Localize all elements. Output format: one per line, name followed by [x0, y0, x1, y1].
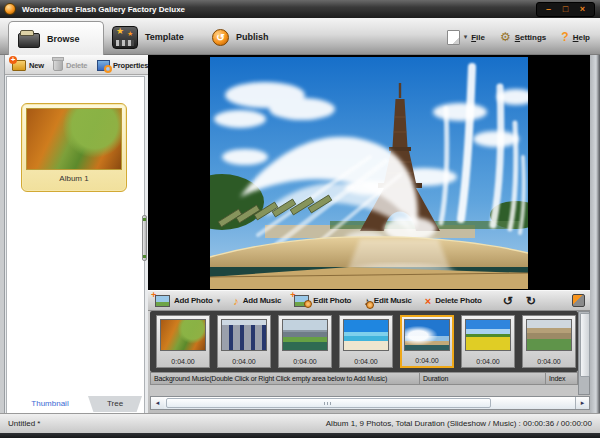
horizontal-scrollbar[interactable]: ◂ ▸: [150, 396, 590, 410]
music-column-header[interactable]: Background Music(Double Click or Right C…: [150, 372, 420, 385]
status-album-summary: Album 1, 9 Photos, Total Duration (Slide…: [326, 419, 592, 428]
status-bar: Untitled * Album 1, 9 Photos, Total Dura…: [0, 413, 600, 433]
new-album-button[interactable]: New: [12, 57, 44, 73]
preview-area: [148, 55, 590, 290]
menu-right: ▾ File ⚙ Settings ? Help: [447, 23, 590, 51]
filmstrip-thumb-image: [221, 319, 267, 351]
add-photo-button[interactable]: Add Photo ▾: [155, 295, 220, 307]
tab-template[interactable]: ★ ★ Template: [112, 23, 184, 51]
help-menu-label: Help: [573, 33, 590, 42]
scrollbar-track[interactable]: [164, 397, 576, 409]
filmstrip-thumb-image: [282, 319, 328, 351]
filmstrip-thumb-image: [404, 319, 450, 351]
filmstrip-item[interactable]: 0:04.00: [156, 315, 210, 368]
delete-photo-label: Delete Photo: [435, 296, 482, 305]
scroll-right-button[interactable]: ▸: [575, 397, 589, 409]
window-controls: – □ ×: [536, 2, 595, 17]
tab-browse-label: Browse: [47, 34, 80, 44]
album-properties-button[interactable]: Properties: [97, 57, 148, 73]
filmstrip-item[interactable]: 0:04.00: [522, 315, 576, 368]
add-music-label: Add Music: [243, 296, 282, 305]
panel-splitter-handle[interactable]: [142, 215, 147, 261]
minimize-button[interactable]: –: [540, 4, 557, 15]
rotate-right-button[interactable]: ↻: [526, 294, 536, 308]
filmstrip-item[interactable]: 0:04.00: [461, 315, 515, 368]
template-icon: ★ ★: [112, 26, 138, 49]
window-title: Wondershare Flash Gallery Factory Deluxe: [22, 5, 185, 14]
help-menu[interactable]: ? Help: [561, 30, 590, 44]
edit-music-note-icon: ♪: [364, 295, 370, 307]
filmstrip-vertical-scrollbar[interactable]: [578, 311, 590, 395]
tab-browse[interactable]: Browse: [8, 21, 104, 55]
tab-thumbnail-view[interactable]: Thumbnail: [8, 396, 92, 412]
background-music-list[interactable]: [150, 385, 578, 396]
delete-album-label: Delete: [66, 61, 87, 70]
layout-toggle-icon[interactable]: [572, 294, 585, 307]
file-menu-label: File: [471, 33, 485, 42]
settings-menu[interactable]: ⚙ Settings: [500, 31, 546, 43]
tab-publish-label: Publish: [236, 32, 269, 42]
album-card[interactable]: Album 1: [21, 103, 127, 192]
help-question-icon: ?: [561, 30, 568, 44]
index-column-header[interactable]: Index: [545, 372, 578, 385]
edit-photo-button[interactable]: Edit Photo: [294, 295, 351, 307]
rotate-right-icon: ↻: [526, 294, 536, 308]
maximize-button[interactable]: □: [557, 4, 574, 15]
browse-folder-icon: [18, 33, 40, 48]
vertical-scrollbar-thumb[interactable]: [580, 313, 590, 377]
rotate-left-button[interactable]: ↺: [503, 294, 513, 308]
filmstrip-item[interactable]: 0:04.00: [278, 315, 332, 368]
album-properties-label: Properties: [113, 61, 148, 70]
close-button[interactable]: ×: [574, 4, 591, 15]
preview-photo-eiffel-fountain: [210, 57, 528, 289]
filmstrip-thumb-image: [526, 319, 572, 351]
scrollbar-thumb[interactable]: [166, 398, 491, 408]
add-photo-label: Add Photo: [174, 296, 213, 305]
edit-photo-icon: [294, 295, 309, 307]
app-window: Wondershare Flash Gallery Factory Deluxe…: [0, 0, 600, 438]
album-thumbnail-image: [26, 108, 122, 170]
album-name: Album 1: [22, 174, 126, 183]
settings-menu-label: Settings: [515, 33, 547, 42]
properties-icon: [97, 60, 110, 71]
window-bottom-frame: [0, 433, 600, 438]
scroll-left-button[interactable]: ◂: [151, 397, 165, 409]
template-star-icon: ★: [116, 26, 124, 36]
album-list[interactable]: Album 1: [6, 76, 145, 428]
thumb-duration: 0:04.00: [523, 358, 575, 365]
thumb-duration: 0:04.00: [218, 358, 270, 365]
album-panel: New Delete Properties Album 1 Thumbnail …: [4, 55, 148, 413]
thumb-duration: 0:04.00: [340, 358, 392, 365]
album-view-tabs: Thumbnail Tree: [8, 396, 142, 413]
filmstrip-item[interactable]: 0:04.00: [339, 315, 393, 368]
thumb-duration: 0:04.00: [462, 358, 514, 365]
thumb-duration: 0:04.00: [157, 358, 209, 365]
delete-album-button[interactable]: Delete: [53, 57, 87, 73]
tab-publish[interactable]: ↺ Publish: [212, 23, 269, 51]
delete-photo-x-icon: ×: [425, 295, 431, 307]
filmstrip-item-selected[interactable]: 0:04.00: [400, 315, 454, 368]
edit-music-label: Edit Music: [374, 296, 412, 305]
add-photo-caret-icon[interactable]: ▾: [217, 297, 221, 305]
status-document-name: Untitled *: [8, 419, 40, 428]
filmstrip-thumb-image: [465, 319, 511, 351]
file-menu[interactable]: ▾ File: [447, 30, 485, 45]
window-left-frame: [0, 55, 5, 413]
window-right-frame: [590, 55, 600, 413]
add-music-note-icon: ♪: [233, 295, 239, 307]
file-caret-icon: ▾: [464, 33, 468, 41]
trash-icon: [53, 59, 63, 71]
filmstrip-thumb-image: [160, 319, 206, 351]
publish-icon: ↺: [212, 29, 229, 46]
template-star2-icon: ★: [127, 30, 133, 38]
duration-column-header[interactable]: Duration: [419, 372, 546, 385]
rotate-left-icon: ↺: [503, 294, 513, 308]
thumb-duration: 0:04.00: [402, 357, 452, 364]
titlebar[interactable]: Wondershare Flash Gallery Factory Deluxe…: [0, 0, 600, 18]
delete-photo-button[interactable]: × Delete Photo: [425, 295, 482, 307]
edit-photo-label: Edit Photo: [313, 296, 351, 305]
add-music-button[interactable]: ♪ Add Music: [233, 295, 281, 307]
tab-tree-view[interactable]: Tree: [88, 396, 142, 412]
filmstrip-item[interactable]: 0:04.00: [217, 315, 271, 368]
edit-music-button[interactable]: ♪ Edit Music: [364, 295, 412, 307]
